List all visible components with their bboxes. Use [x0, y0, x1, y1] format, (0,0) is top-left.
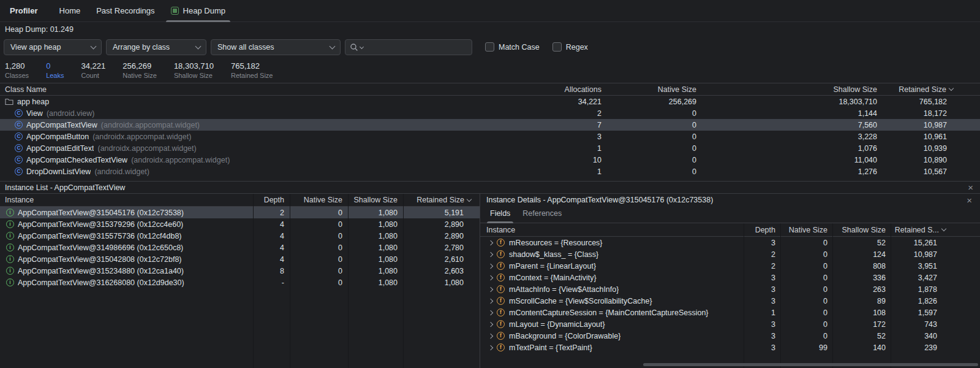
match-case-checkbox[interactable]: Match Case — [485, 42, 540, 52]
horizontal-scrollbar[interactable] — [643, 363, 978, 366]
close-icon[interactable] — [965, 196, 974, 205]
field-name-cell: mScrollCache = {View$ScrollabilityCache} — [480, 297, 744, 305]
header-instance[interactable]: Instance — [0, 196, 252, 204]
stat-value: 0 — [46, 61, 64, 71]
depth-cell: 3 — [744, 332, 780, 340]
shallow-size-cell: 1,080 — [347, 278, 402, 287]
instance-name-cell: AppCompatTextView@315575736 (0x12cf4db8) — [0, 232, 252, 240]
field-row[interactable]: mBackground = {ColorDrawable} 3 0 52 340 — [480, 330, 980, 342]
expand-chevron-icon[interactable] — [488, 251, 493, 256]
retained-size-cell: 2,603 — [402, 267, 480, 275]
instance-row[interactable]: AppCompatTextView@315575736 (0x12cf4db8)… — [0, 230, 480, 242]
expand-chevron-icon[interactable] — [488, 286, 493, 291]
stat-value: 256,269 — [123, 61, 157, 71]
heap-row[interactable]: app heap 34,221 256,269 18,303,710 765,1… — [0, 96, 980, 107]
header-shallow-size[interactable]: Shallow Size — [347, 196, 402, 204]
header-allocations[interactable]: Allocations — [508, 85, 606, 94]
field-icon — [497, 343, 505, 351]
instance-rows: AppCompatTextView@315045176 (0x12c73538)… — [0, 207, 480, 288]
shallow-size-cell: 1,076 — [701, 144, 882, 153]
tab-fields[interactable]: Fields — [485, 209, 515, 223]
field-icon — [497, 285, 505, 293]
header-retained-size[interactable]: Retained S... — [891, 226, 980, 234]
expand-chevron-icon[interactable] — [488, 310, 493, 315]
field-row[interactable]: mLayout = {DynamicLayout} 3 0 172 743 — [480, 318, 980, 330]
instance-row[interactable]: AppCompatTextView@314986696 (0x12c650c8)… — [0, 242, 480, 253]
header-retained-size[interactable]: Retained Size — [882, 85, 980, 94]
arrangement-select[interactable]: Arrange by class — [106, 39, 206, 55]
class-icon — [15, 109, 23, 117]
stat-label: Count — [81, 72, 105, 79]
tab-home[interactable]: Home — [51, 0, 89, 21]
field-row[interactable]: mAttachInfo = {View$AttachInfo} 3 0 263 … — [480, 283, 980, 295]
search-input[interactable] — [366, 43, 467, 52]
instance-row[interactable]: AppCompatTextView@315234880 (0x12ca1a40)… — [0, 265, 480, 277]
header-instance[interactable]: Instance — [480, 226, 744, 234]
field-row[interactable]: mContext = {MainActivity} 3 0 336 3,427 — [480, 272, 980, 283]
field-label: mAttachInfo = {View$AttachInfo} — [509, 285, 619, 294]
heap-scope-select[interactable]: View app heap — [4, 39, 102, 55]
native-size-cell: 0 — [780, 250, 832, 259]
header-native-size[interactable]: Native Size — [289, 196, 347, 204]
native-size-cell: 0 — [289, 255, 347, 264]
header-native-size[interactable]: Native Size — [780, 226, 832, 234]
class-row[interactable]: AppCompatButton (androidx.appcompat.widg… — [0, 131, 980, 142]
class-row[interactable]: View (android.view) 2 0 1,144 18,172 — [0, 107, 980, 119]
field-row[interactable]: mResources = {Resources} 3 0 52 15,261 — [480, 237, 980, 248]
expand-chevron-icon[interactable] — [488, 240, 493, 245]
field-row[interactable]: mScrollCache = {View$ScrollabilityCache}… — [480, 295, 980, 307]
fields-table-header: Instance Depth Native Size Shallow Size … — [480, 223, 980, 237]
heap-name-cell: app heap — [0, 98, 508, 106]
instance-row[interactable]: AppCompatTextView@316268080 (0x12d9de30)… — [0, 277, 480, 288]
header-shallow-size[interactable]: Shallow Size — [701, 85, 882, 94]
native-size-cell: 0 — [606, 144, 701, 153]
regex-checkbox[interactable]: Regex — [552, 42, 588, 52]
stat-value: 18,303,710 — [174, 61, 214, 71]
header-shallow-size[interactable]: Shallow Size — [832, 226, 891, 234]
tab-heap-dump[interactable]: Heap Dump — [163, 0, 233, 21]
field-row[interactable]: mParent = {LinearLayout} 2 0 808 3,951 — [480, 260, 980, 272]
field-row[interactable]: mTextPaint = {TextPaint} 3 99 140 239 — [480, 342, 980, 353]
class-name-cell: AppCompatButton (androidx.appcompat.widg… — [0, 132, 508, 141]
expand-chevron-icon[interactable] — [488, 345, 493, 350]
class-filter-select[interactable]: Show all classes — [211, 39, 341, 55]
instance-details-pane: Instance Details - AppCompatTextView@315… — [480, 194, 980, 368]
expand-chevron-icon[interactable] — [488, 333, 493, 338]
field-row[interactable]: mContentCaptureSession = {MainContentCap… — [480, 307, 980, 318]
field-name-cell: shadow$_klass_ = {Class} — [480, 250, 744, 259]
header-retained-size[interactable]: Retained Size — [402, 196, 480, 204]
depth-cell: 4 — [252, 220, 289, 229]
field-name-cell: mBackground = {ColorDrawable} — [480, 332, 744, 340]
allocations-cell: 1 — [508, 144, 606, 153]
instance-row[interactable]: AppCompatTextView@315045176 (0x12c73538)… — [0, 207, 480, 218]
class-row[interactable]: AppCompatCheckedTextView (androidx.appco… — [0, 154, 980, 166]
instance-name-cell: AppCompatTextView@315379296 (0x12cc4e60) — [0, 220, 252, 229]
expand-chevron-icon[interactable] — [488, 263, 493, 268]
class-row[interactable]: DropDownListView (android.widget) 1 0 1,… — [0, 166, 980, 177]
search-history-chevron-icon[interactable] — [360, 45, 364, 49]
instance-row[interactable]: AppCompatTextView@315042808 (0x12c72bf8)… — [0, 253, 480, 265]
column-divider — [348, 194, 349, 368]
class-name: AppCompatCheckedTextView — [26, 156, 127, 164]
header-depth[interactable]: Depth — [252, 196, 289, 204]
class-icon — [15, 132, 23, 140]
expand-chevron-icon[interactable] — [488, 298, 493, 303]
expand-chevron-icon[interactable] — [488, 275, 493, 280]
field-icon — [497, 274, 505, 282]
tab-past-recordings[interactable]: Past Recordings — [88, 0, 162, 21]
native-size-cell: 0 — [780, 332, 832, 340]
expand-chevron-icon[interactable] — [488, 321, 493, 326]
close-icon[interactable] — [966, 183, 975, 192]
header-native-size[interactable]: Native Size — [606, 85, 701, 94]
field-row[interactable]: shadow$_klass_ = {Class} 2 0 124 10,987 — [480, 248, 980, 260]
header-class-name[interactable]: Class Name — [0, 85, 508, 94]
class-row[interactable]: AppCompatTextView (androidx.appcompat.wi… — [0, 119, 980, 131]
instance-row[interactable]: AppCompatTextView@315379296 (0x12cc4e60)… — [0, 218, 480, 230]
tab-references[interactable]: References — [518, 209, 567, 223]
header-depth[interactable]: Depth — [744, 226, 780, 234]
instance-table-header: Instance Depth Native Size Shallow Size … — [0, 194, 480, 207]
class-row[interactable]: AppCompatEditText (androidx.appcompat.wi… — [0, 142, 980, 154]
field-name-cell: mTextPaint = {TextPaint} — [480, 343, 744, 352]
class-package: (androidx.appcompat.widget) — [101, 121, 200, 129]
depth-cell: 8 — [252, 267, 289, 275]
